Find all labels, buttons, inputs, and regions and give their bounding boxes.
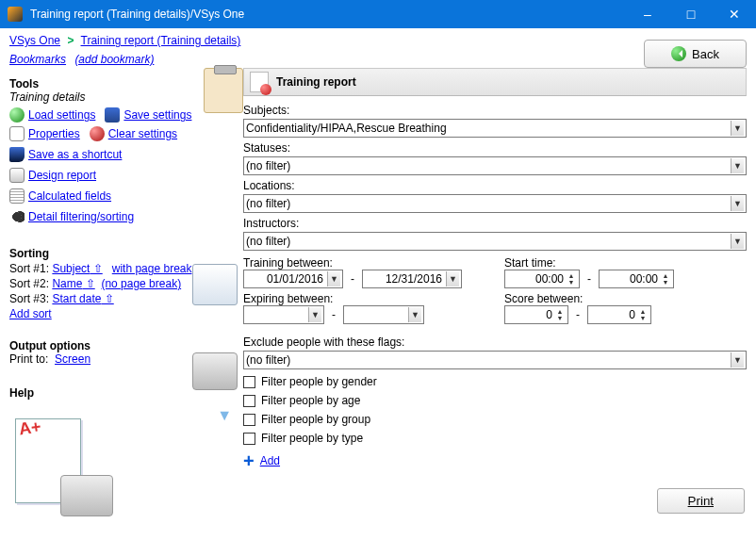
- breadcrumb-separator-icon: >: [67, 34, 74, 47]
- expiring-from-date[interactable]: ▼: [243, 305, 324, 324]
- filter-gender-checkbox[interactable]: [243, 376, 255, 388]
- add-filter-link[interactable]: Add: [260, 454, 280, 467]
- exclude-flags-value: (no filter): [246, 353, 731, 367]
- training-from-value: 01/01/2016: [267, 272, 323, 286]
- print-button-label: Print: [688, 494, 714, 508]
- statuses-value: (no filter): [246, 159, 731, 172]
- score-from[interactable]: 0▲▼: [504, 305, 568, 324]
- properties-link[interactable]: Properties: [28, 127, 80, 140]
- detail-filter-link[interactable]: Detail filtering/sorting: [28, 210, 134, 223]
- filter-type-label: Filter people by type: [261, 432, 363, 445]
- score-to-value: 0: [629, 308, 635, 321]
- instructors-value: (no filter): [246, 235, 731, 248]
- output-heading: Output options: [9, 339, 238, 352]
- locations-value: (no filter): [246, 197, 731, 210]
- close-button[interactable]: ✕: [713, 0, 756, 28]
- clear-settings-icon: [90, 126, 105, 141]
- breadcrumb-root[interactable]: VSys One: [9, 34, 60, 47]
- load-settings-link[interactable]: Load settings: [28, 108, 95, 122]
- spinner-icon: ▲▼: [637, 308, 649, 321]
- dropdown-icon: ▼: [327, 271, 340, 286]
- sort1-field-link[interactable]: Subject: [52, 262, 102, 275]
- dropdown-icon: ▼: [731, 196, 744, 211]
- expiring-to-date[interactable]: ▼: [343, 305, 424, 324]
- back-button[interactable]: Back: [644, 40, 747, 68]
- range-dash: -: [349, 272, 356, 286]
- sort3-field-link[interactable]: Start date: [52, 292, 113, 305]
- maximize-button[interactable]: □: [669, 0, 713, 28]
- subjects-value: Confidentiality/HIPAA,Rescue Breathing: [246, 122, 731, 135]
- exclude-flags-select[interactable]: (no filter) ▼: [243, 351, 747, 369]
- sorting-heading: Sorting: [9, 247, 238, 260]
- clear-settings-link[interactable]: Clear settings: [108, 127, 177, 140]
- window-title: Training report (Training details)/VSys …: [30, 8, 626, 21]
- detail-filter-icon: [9, 209, 25, 224]
- filter-type-checkbox[interactable]: [243, 433, 255, 445]
- breadcrumb-current[interactable]: Training report (Training details): [81, 34, 241, 47]
- locations-select[interactable]: (no filter) ▼: [243, 194, 747, 213]
- start-time-to-value: 00:00: [630, 272, 658, 286]
- help-heading: Help: [9, 386, 238, 400]
- filter-age-checkbox[interactable]: [243, 395, 255, 407]
- start-time-to[interactable]: 00:00▲▼: [599, 270, 674, 288]
- dropdown-icon: ▼: [731, 352, 744, 368]
- window-titlebar: Training report (Training details)/VSys …: [0, 0, 756, 28]
- sort2-label: Sort #2:: [9, 277, 49, 290]
- print-to-value-link[interactable]: Screen: [55, 352, 90, 366]
- training-to-date[interactable]: 12/31/2016▼: [362, 270, 462, 288]
- report-header-icon: [250, 72, 269, 92]
- subjects-label: Subjects:: [243, 104, 747, 117]
- range-dash: -: [585, 272, 593, 286]
- training-from-date[interactable]: 01/01/2016▼: [243, 270, 343, 288]
- score-from-value: 0: [546, 308, 552, 321]
- filter-gender-label: Filter people by gender: [261, 375, 377, 388]
- sort1-option-link[interactable]: with page break: [112, 262, 192, 275]
- dropdown-icon: ▼: [308, 307, 321, 322]
- spinner-icon: ▲▼: [554, 308, 566, 321]
- save-shortcut-link[interactable]: Save as a shortcut: [28, 148, 122, 161]
- design-report-link[interactable]: Design report: [28, 169, 96, 182]
- clipboard-icon: [204, 68, 243, 113]
- score-to[interactable]: 0▲▼: [587, 305, 651, 324]
- sort2-option-link[interactable]: (no page break): [101, 277, 181, 290]
- app-icon: [8, 7, 23, 22]
- dropdown-icon: ▼: [446, 271, 459, 286]
- filter-group-checkbox[interactable]: [243, 414, 255, 426]
- add-filter-icon: +: [243, 454, 255, 467]
- spinner-icon: ▲▼: [660, 272, 671, 286]
- back-button-label: Back: [692, 47, 719, 61]
- range-dash: -: [574, 308, 582, 321]
- start-time-from[interactable]: 00:00▲▼: [504, 270, 580, 288]
- save-settings-link[interactable]: Save settings: [123, 108, 191, 122]
- calculated-fields-link[interactable]: Calculated fields: [28, 189, 111, 203]
- sort2-field-link[interactable]: Name: [52, 277, 94, 290]
- print-button[interactable]: Print: [657, 488, 745, 514]
- statuses-select[interactable]: (no filter) ▼: [243, 156, 747, 175]
- save-settings-icon: [105, 107, 120, 123]
- minimize-button[interactable]: –: [626, 0, 669, 28]
- add-sort-link[interactable]: Add sort: [9, 307, 52, 320]
- dropdown-icon: ▼: [731, 234, 744, 249]
- start-time-label: Start time:: [504, 256, 747, 270]
- start-time-from-value: 00:00: [535, 272, 564, 286]
- breadcrumb: VSys One > Training report (Training det…: [9, 34, 240, 47]
- report-title: Training report: [276, 75, 356, 89]
- calendar-icon: [192, 264, 238, 305]
- expiring-between-label: Expiring between:: [243, 292, 485, 305]
- add-bookmark-link[interactable]: (add bookmark): [74, 53, 154, 66]
- training-between-label: Training between:: [243, 256, 485, 270]
- score-between-label: Score between:: [504, 292, 747, 305]
- design-report-icon: [9, 168, 25, 183]
- help-expand-icon[interactable]: ▼: [217, 407, 232, 424]
- properties-icon: [9, 126, 25, 141]
- exclude-flags-label: Exclude people with these flags:: [243, 335, 747, 349]
- bookmarks-link[interactable]: Bookmarks: [9, 53, 66, 66]
- shortcut-icon: [9, 147, 25, 162]
- calculated-fields-icon: [9, 188, 25, 204]
- spinner-icon: ▲▼: [566, 272, 577, 286]
- instructors-select[interactable]: (no filter) ▼: [243, 232, 747, 251]
- subjects-select[interactable]: Confidentiality/HIPAA,Rescue Breathing ▼: [243, 119, 747, 138]
- report-illustration: A+: [9, 413, 113, 516]
- report-panel-header: Training report: [243, 68, 747, 96]
- print-to-label: Print to:: [9, 352, 48, 366]
